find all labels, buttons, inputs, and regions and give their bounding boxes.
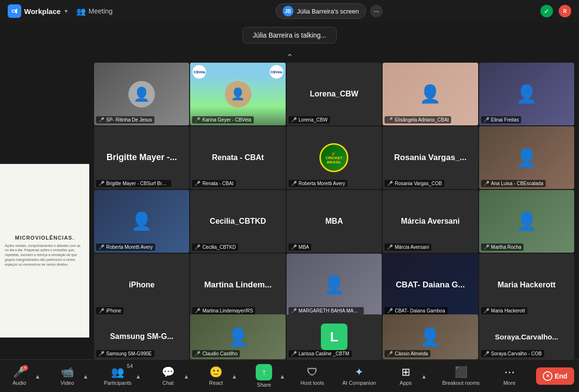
share-button[interactable]: ↑ Share (249, 362, 278, 390)
participant-label: 🎤 Martina Lindemayer/RS (192, 307, 255, 314)
participant-name: Renata - CBAt (202, 181, 233, 186)
share-chevron[interactable]: ▲ (279, 372, 285, 380)
end-button[interactable]: ✕ End (536, 367, 574, 385)
video-chevron[interactable]: ▲ (83, 372, 89, 380)
participant-display-name: MBA (320, 216, 347, 227)
participant-display-name: Samsung SM-G... (105, 332, 179, 342)
apps-control-group: ⊞ Apps ▲ (391, 364, 427, 388)
participant-name: Brigitte Mayer - CBSurf Brasil (106, 181, 169, 186)
host-tools-icon: 🛡 (307, 366, 317, 378)
apps-chevron[interactable]: ▲ (421, 372, 427, 380)
collapse-arrow[interactable]: ⌃ (286, 52, 293, 63)
participants-button[interactable]: 👥 54 Participants (101, 364, 134, 388)
audio-chevron[interactable]: ▲ (35, 372, 41, 380)
participant-cell[interactable]: 👤 🎤 Ana Luisa - CBEscalada (479, 126, 574, 189)
participant-cell[interactable]: Renata - CBAt 🎤 Renata - CBAt (190, 126, 285, 189)
participant-name: Ana Luisa - CBEscalada (491, 181, 543, 186)
participant-name: Claudio Castilho (202, 351, 237, 356)
video-button[interactable]: 📹 Video (53, 364, 82, 388)
meeting-button[interactable]: 👥 Meeting (71, 5, 118, 18)
participant-cell[interactable]: 👤 🎤 Roberta Moretti Avery (94, 190, 189, 253)
participant-cell[interactable]: iPhone 🎤 iPhone (94, 254, 189, 316)
participant-name: MBA (299, 244, 309, 250)
participant-label: 🎤 Roberta Moretti Avery (289, 180, 348, 187)
participant-cell[interactable]: 👤 🎤 Cássio Almeida (383, 314, 478, 359)
participant-name: Soraya.Carvalho - COB (491, 351, 542, 356)
participants-control-group: 👥 54 Participants ▲ (101, 364, 141, 388)
participant-display-name: iPhone (124, 280, 159, 290)
bottom-row: Samsung SM-G... 🎤 Samsung SM-G990E 👤 🎤 C… (94, 314, 574, 359)
zoom-logo-icon (8, 4, 21, 18)
participant-cell[interactable]: 👤 🎤 MARGARETH BAHIA MARQ... (287, 254, 382, 316)
react-chevron[interactable]: ▲ (232, 372, 237, 380)
participant-cell[interactable]: Samsung SM-G... 🎤 Samsung SM-G990E (94, 314, 189, 359)
chat-chevron[interactable]: ▲ (183, 372, 189, 380)
audio-button[interactable]: 🎤 ✕ Audio (5, 364, 34, 388)
end-label: End (554, 372, 567, 380)
end-x-icon: ✕ (546, 373, 550, 378)
participant-cell[interactable]: CBAT- Daiana G... 🎤 CBAT- Daiana Gamboa (383, 254, 478, 316)
mute-icon: 🎤 (483, 244, 489, 250)
mute-icon: 🎤 (98, 181, 104, 186)
mute-icon: 🎤 (387, 351, 393, 356)
apps-button[interactable]: ⊞ Apps (391, 364, 420, 388)
screen-share-pill[interactable]: JB Júlia Barreira's screen (276, 3, 366, 19)
participant-cell[interactable]: Brigitte Mayer -... 🎤 Brigitte Mayer - C… (94, 126, 189, 189)
breakout-label: Breakout rooms (442, 380, 480, 386)
participant-cell[interactable]: 👤 🎤 SP- Ritinha De Jesus (94, 63, 189, 125)
participant-cell[interactable]: Lorena_CBW 🎤 Lorena_CBW (287, 63, 382, 125)
screen-share-options[interactable]: ··· (370, 5, 383, 17)
participant-cell[interactable]: 👤 CBVela CBVela 🎤 Karina Geyer - CBVela (190, 63, 285, 125)
participant-label: 🎤 Claudio Castilho (192, 350, 240, 357)
host-tools-label: Host tools (301, 380, 324, 386)
meeting-people-icon: 👥 (76, 7, 86, 16)
participants-chevron[interactable]: ▲ (136, 372, 141, 380)
participant-display-name: Rosania Vargas_... (389, 152, 471, 163)
mute-icon: 🎤 (387, 308, 393, 313)
more-button[interactable]: ⋯ More (495, 364, 524, 388)
participant-cell[interactable]: 🏏CRICKETBRASIL 🎤 Roberta Moretti Avery (287, 126, 382, 189)
mute-icon: 🎤 (291, 181, 297, 186)
share-icon: ↑ (256, 364, 272, 380)
apps-label: Apps (400, 380, 412, 386)
presentation-inner: MICROVIOLÊNCIAS. Ações verbais, comporta… (0, 164, 89, 338)
mute-icon: 🎤 (194, 351, 200, 356)
participant-name: iPhone (106, 308, 121, 313)
mute-icon: 🎤 (387, 181, 393, 186)
participant-cell[interactable]: Maria Hackerott 🎤 Maria Hackerott (479, 254, 574, 316)
chat-button[interactable]: 💬 Chat (153, 364, 182, 388)
top-right: ✓ R (540, 5, 571, 17)
participant-cell[interactable]: 👤 🎤 Martha Rocha (479, 190, 574, 253)
participant-name: Roberta Moretti Avery (299, 181, 345, 186)
top-left: Workplace ▾ 👥 Meeting (8, 4, 117, 18)
react-control-group: 🙂 React ▲ (202, 364, 237, 388)
mute-icon: 🎤 (194, 308, 200, 313)
participant-name: Larissa Casline _CBTM (299, 351, 349, 356)
presentation-body: Ações verbais, comportamentos e atitudes… (5, 243, 84, 267)
workplace-dropdown[interactable]: ▾ (65, 8, 68, 14)
record-button[interactable]: R (559, 5, 571, 17)
share-label: Share (257, 382, 271, 388)
participant-label: 🎤 Márcia Aversani (385, 243, 431, 251)
participant-cell[interactable]: Cecilia_CBTKD 🎤 Cecilia_CBTKD (190, 190, 285, 253)
participant-label: 🎤 Renata - CBAt (192, 180, 235, 187)
participant-name: MARGARETH BAHIA MARQ... (299, 308, 361, 313)
participant-cell[interactable]: Rosania Vargas_... 🎤 Rosania Vargas_COB (383, 126, 478, 189)
participant-name: Roberta Moretti Avery (106, 244, 153, 250)
mute-icon: 🎤 (98, 244, 104, 250)
host-tools-button[interactable]: 🛡 Host tools (298, 364, 327, 388)
participant-display-name: Martina Lindem... (199, 280, 276, 290)
react-button[interactable]: 🙂 React (202, 364, 231, 388)
participant-name: Karina Geyer - CBVela (202, 117, 251, 122)
participant-cell[interactable]: 👤 🎤 Claudio Castilho (190, 314, 285, 359)
participant-cell[interactable]: Soraya.Carvalho... 🎤 Soraya.Carvalho - C… (479, 314, 574, 359)
participant-cell[interactable]: 👤 🎤 Elinai Freitas (479, 63, 574, 125)
participant-display-name: Brigitte Mayer -... (102, 152, 182, 163)
participant-cell[interactable]: L 🎤 Larissa Casline _CBTM (287, 314, 382, 359)
breakout-button[interactable]: ⬛ Breakout rooms (439, 364, 482, 388)
participant-cell[interactable]: MBA 🎤 MBA (287, 190, 382, 253)
participant-cell[interactable]: Martina Lindem... 🎤 Martina Lindemayer/R… (190, 254, 285, 316)
participant-cell[interactable]: 👤 🎤 Elisângela Adriano_CBAt (383, 63, 478, 125)
ai-companion-button[interactable]: ✦ AI Companion (339, 364, 379, 388)
participant-cell[interactable]: Márcia Aversani 🎤 Márcia Aversani (383, 190, 478, 253)
